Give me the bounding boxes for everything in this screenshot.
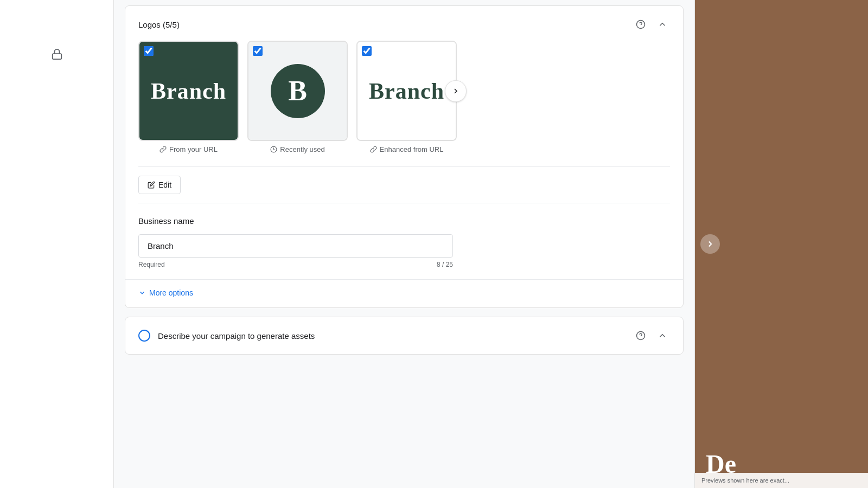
input-char-count: 8 / 25 <box>437 261 453 268</box>
branch-text-light-card: Branch <box>369 78 444 104</box>
list-item: B Recently used <box>247 41 348 153</box>
clock-icon-circle <box>270 146 277 153</box>
chevron-down-icon <box>138 289 146 297</box>
logo-card-label-text-circle: Recently used <box>280 145 324 153</box>
logo-card-inner-light: Branch <box>358 42 456 140</box>
list-item: Branch From your URL <box>138 41 239 153</box>
lock-icon <box>46 43 68 65</box>
logo-card-label-light: Enhanced from URL <box>356 145 457 153</box>
logos-collapse-icon[interactable] <box>655 17 670 32</box>
list-item: Branch <box>356 41 457 153</box>
logo-card-label-circle: Recently used <box>247 145 348 153</box>
logo-card-label-dark: From your URL <box>138 145 239 153</box>
logo-card-checkbox-dark[interactable] <box>144 46 154 56</box>
main-content: Logos (5/5) <box>114 0 694 488</box>
logos-section: Logos (5/5) <box>125 6 683 166</box>
more-options-section: More options <box>125 279 683 307</box>
logo-card-label-text-dark: From your URL <box>169 145 218 153</box>
preview-footnote: Previews shown here are exact... <box>695 473 868 488</box>
business-name-label: Business name <box>138 216 670 226</box>
sidebar <box>0 0 114 488</box>
more-options-button[interactable]: More options <box>138 288 193 297</box>
link-icon-dark <box>159 146 167 153</box>
describe-left: Describe your campaign to generate asset… <box>138 330 315 342</box>
branch-text-dark-card: Branch <box>151 78 226 104</box>
input-required-text: Required <box>138 261 165 268</box>
preview-image-area: De <box>695 0 868 488</box>
logo-card-inner-dark: Branch <box>139 42 238 140</box>
edit-button-label: Edit <box>158 181 171 189</box>
describe-help-icon[interactable] <box>633 328 648 343</box>
branch-circle: B <box>271 64 325 118</box>
branch-icon-letter: B <box>288 75 307 107</box>
svg-rect-0 <box>52 54 61 59</box>
describe-collapse-icon[interactable] <box>655 328 670 343</box>
preview-panel: De Previews shown here are exact... <box>694 0 868 488</box>
describe-header-icons <box>633 328 670 343</box>
edit-icon <box>148 181 155 189</box>
link-icon-light <box>370 146 377 153</box>
logo-card-circle[interactable]: B <box>247 41 348 141</box>
logos-title: Logos (5/5) <box>138 20 180 29</box>
preview-nav-arrow[interactable] <box>700 234 720 254</box>
describe-circle-icon <box>138 330 150 342</box>
logos-section-header: Logos (5/5) <box>138 17 670 32</box>
logo-cards: Branch From your URL <box>138 41 670 153</box>
logo-card-checkbox-light[interactable] <box>362 46 372 56</box>
logos-help-icon[interactable] <box>633 17 648 32</box>
describe-title: Describe your campaign to generate asset… <box>158 331 315 341</box>
business-name-section: Business name Required 8 / 25 <box>125 203 683 279</box>
logo-card-dark[interactable]: Branch <box>138 41 239 141</box>
more-options-label: More options <box>149 288 193 297</box>
logo-cards-next-arrow[interactable] <box>445 80 467 102</box>
edit-button[interactable]: Edit <box>138 176 181 194</box>
input-meta: Required 8 / 25 <box>138 261 453 268</box>
logo-cards-wrapper: Branch From your URL <box>138 41 670 153</box>
edit-section: Edit <box>125 167 683 203</box>
logos-business-panel: Logos (5/5) <box>125 5 684 308</box>
logo-card-label-text-light: Enhanced from URL <box>380 145 444 153</box>
logos-header-icons <box>633 17 670 32</box>
describe-campaign-section: Describe your campaign to generate asset… <box>125 317 684 355</box>
business-name-input[interactable] <box>138 234 453 258</box>
logo-card-light[interactable]: Branch <box>356 41 457 141</box>
logo-card-inner-circle: B <box>248 42 347 140</box>
logo-card-checkbox-circle[interactable] <box>253 46 263 56</box>
